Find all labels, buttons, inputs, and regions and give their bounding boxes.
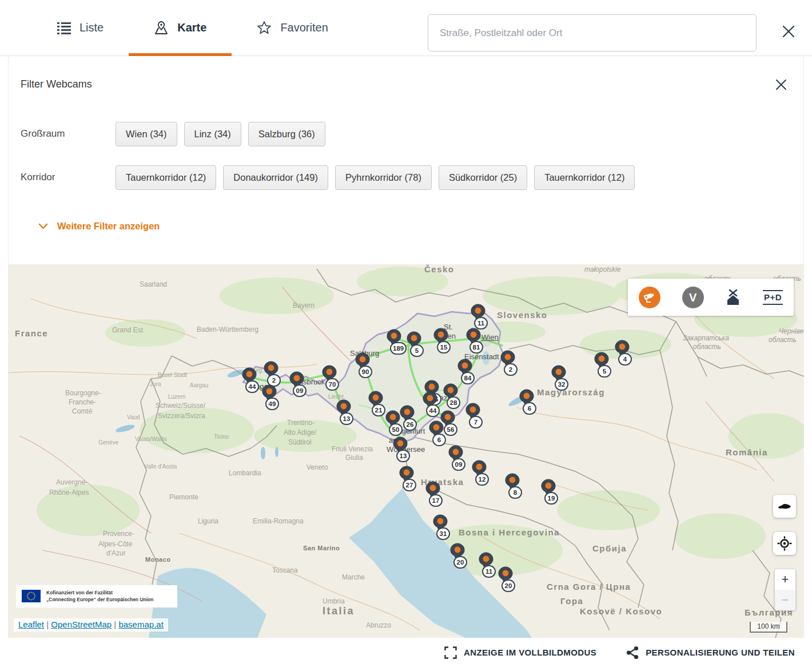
webcam-cluster-marker[interactable]: 8 — [505, 473, 520, 493]
webcam-count-badge: 17 — [429, 494, 443, 507]
webcam-cluster-marker[interactable]: 5 — [594, 352, 609, 371]
share-label: PERSONALISIERUNG UND TEILEN — [646, 648, 795, 657]
map-scale: 100 km — [750, 622, 787, 633]
map-layer-bar: V P+D — [628, 279, 794, 316]
search-input[interactable] — [428, 14, 757, 51]
star-icon — [257, 21, 272, 35]
webcam-cluster-marker[interactable]: 2 — [264, 361, 278, 380]
filter-option-button[interactable]: Salzburg (36) — [248, 122, 325, 146]
webcam-cluster-marker[interactable]: 6 — [429, 420, 444, 440]
attribution-link[interactable]: Leaflet — [18, 620, 44, 629]
webcam-count-badge: 90 — [359, 366, 372, 378]
filter-webcams-panel: Filter Webcams GroßraumWien (34)Linz (34… — [8, 55, 804, 264]
webcam-count-badge: 6 — [432, 434, 446, 446]
locate-me-button[interactable] — [773, 532, 796, 555]
webcam-count-badge: 21 — [372, 404, 385, 416]
webcam-count-badge: 26 — [403, 418, 417, 431]
webcam-cluster-marker[interactable]: 2 — [500, 350, 515, 370]
filter-option-button[interactable]: Wien (34) — [116, 122, 177, 146]
zoom-out-button[interactable]: − — [775, 590, 795, 610]
tab-karte[interactable]: Karte — [129, 0, 232, 55]
webcam-cluster-marker[interactable]: 7 — [465, 403, 480, 422]
webcam-cluster-marker[interactable]: 20 — [450, 543, 465, 562]
webcam-cluster-marker[interactable]: 27 — [399, 466, 414, 485]
webcam-cluster-marker[interactable]: 26 — [400, 405, 415, 424]
park-and-drive-layer-button[interactable]: P+D — [763, 290, 783, 305]
filter-option-button[interactable]: Donaukorridor (149) — [223, 165, 328, 190]
fullscreen-button[interactable]: ANZEIGE IM VOLLBILDMODUS — [441, 646, 600, 660]
webcam-cluster-marker[interactable]: 49 — [262, 384, 277, 404]
tab-liste[interactable]: Liste — [32, 0, 129, 55]
map-canvas[interactable]: SaarlandČeskomałopolskieобластьобластьBa… — [8, 264, 804, 638]
webcam-cluster-marker[interactable]: 4 — [615, 340, 630, 359]
webcam-cluster-marker[interactable]: 13 — [336, 399, 351, 419]
traffic-v-layer-button[interactable]: V — [682, 287, 704, 308]
webcam-cluster-marker[interactable]: 15 — [433, 328, 448, 347]
filter-option-button[interactable]: Linz (34) — [184, 122, 241, 146]
eu-funding-line1: Kofinanziert von der Fazilität — [46, 589, 154, 596]
attribution-link[interactable]: basemap.at — [118, 620, 163, 629]
webcam-count-badge: 7 — [469, 416, 483, 428]
map-attribution: Leaflet | OpenStreetMap | basemap.at — [14, 618, 168, 632]
zoom-control: + − — [775, 569, 795, 610]
webcam-count-badge: 5 — [598, 365, 611, 378]
share-button[interactable]: PERSONALISIERUNG UND TEILEN — [623, 645, 798, 660]
webcam-cluster-marker[interactable]: 11 — [479, 552, 493, 571]
tab-label: Karte — [177, 21, 206, 34]
filter-option-button[interactable]: Tauernkorridor (12) — [116, 165, 216, 190]
p-plus-d-icon: P+D — [763, 290, 783, 305]
webcam-cluster-marker[interactable]: 09 — [289, 371, 304, 391]
webcam-cluster-marker[interactable]: 189 — [387, 329, 401, 348]
filter-option-button[interactable]: Südkorridor (25) — [439, 165, 527, 190]
webcam-cluster-marker[interactable]: 11 — [471, 304, 485, 323]
webcam-count-badge: 70 — [325, 378, 339, 391]
filter-option-button[interactable]: Tauernkorridor (12) — [534, 165, 635, 190]
webcam-count-badge: 84 — [461, 372, 475, 384]
webcam-cluster-marker[interactable]: 09 — [448, 445, 463, 464]
zoom-in-button[interactable]: + — [775, 569, 795, 590]
eu-funding-line2: „Connecting Europe“ der Europäischen Uni… — [46, 596, 154, 603]
webcam-count-badge: 81 — [469, 341, 483, 354]
filter-option-button[interactable]: Pyhrnkorridor (78) — [335, 165, 432, 190]
webcam-cluster-marker[interactable]: 81 — [466, 328, 481, 347]
webcam-count-badge: 15 — [437, 341, 451, 354]
filter-group-label: Großraum — [21, 122, 116, 140]
webcam-cluster-marker[interactable]: 44 — [242, 367, 257, 387]
webcam-cluster-marker[interactable]: 44 — [423, 391, 437, 411]
more-filters-link[interactable]: Weitere Filter anzeigen — [35, 220, 163, 232]
rest-area-icon — [725, 299, 741, 308]
bottom-action-bar: ANZEIGE IM VOLLBILDMODUS PERSONALISIERUN… — [0, 638, 812, 667]
letter-v-icon: V — [682, 287, 704, 308]
webcam-count-badge: 49 — [265, 398, 279, 410]
webcam-layer-button[interactable] — [639, 287, 660, 308]
webcam-cluster-marker[interactable]: 31 — [433, 514, 448, 534]
webcam-cluster-marker[interactable]: 70 — [322, 365, 337, 384]
webcam-cluster-marker[interactable]: 17 — [425, 481, 440, 501]
eu-funding-box: Kofinanziert von der Fazilität „Connecti… — [16, 585, 177, 608]
webcam-cluster-marker[interactable]: 84 — [457, 359, 472, 378]
webcam-cluster-marker[interactable]: 50 — [385, 410, 400, 430]
webcam-cluster-marker[interactable]: 5 — [407, 331, 421, 351]
attribution-link[interactable]: OpenStreetMap — [51, 620, 112, 629]
webcam-cluster-marker[interactable]: 28 — [443, 383, 458, 403]
webcam-cluster-marker[interactable]: 32 — [551, 365, 566, 384]
filter-close-icon[interactable] — [773, 76, 790, 93]
share-icon — [626, 646, 639, 660]
webcam-count-badge: 27 — [403, 479, 416, 491]
webcam-cluster-marker[interactable]: 20 — [498, 566, 513, 586]
tab-favoriten[interactable]: Favoriten — [232, 0, 353, 55]
webcam-count-badge: 6 — [523, 402, 536, 415]
webcam-cluster-marker[interactable]: 21 — [368, 391, 383, 410]
webcam-count-badge: 19 — [544, 492, 558, 505]
filter-group-label: Korridor — [21, 165, 116, 183]
webcam-count-badge: 50 — [389, 423, 403, 436]
reset-to-austria-button[interactable] — [773, 495, 796, 518]
webcam-cluster-marker[interactable]: 12 — [472, 460, 487, 479]
webcam-cluster-marker[interactable]: 6 — [519, 389, 534, 408]
webcam-cluster-marker[interactable]: 13 — [393, 436, 408, 456]
webcam-count-badge: 56 — [444, 423, 457, 436]
rest-area-layer-button[interactable] — [725, 289, 741, 306]
webcam-cluster-marker[interactable]: 90 — [355, 352, 370, 372]
webcam-cluster-marker[interactable]: 19 — [541, 479, 556, 498]
close-icon[interactable] — [779, 22, 798, 41]
